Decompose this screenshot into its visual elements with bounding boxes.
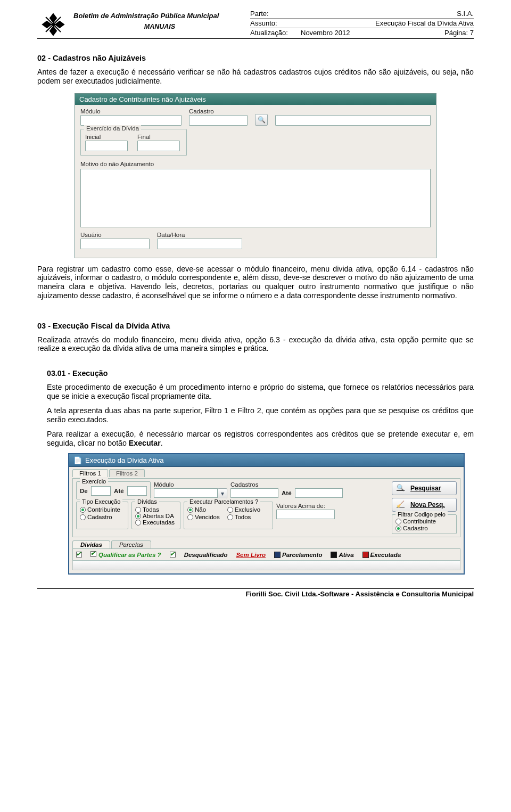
textarea-motivo[interactable]: [80, 169, 431, 227]
label-usuario: Usuário: [80, 232, 150, 238]
input-exercicio-de[interactable]: [91, 486, 111, 496]
section-0301-p2: A tela apresenta duas abas na parte supe…: [47, 406, 474, 424]
input-cadastros-de[interactable]: [230, 488, 278, 498]
document-header: Boletim de Administração Pública Municip…: [37, 10, 474, 39]
radio-dividas-executadas[interactable]: Executadas: [135, 519, 177, 526]
input-inicial[interactable]: [85, 141, 128, 151]
section-02-title: 02 - Cadastros não Ajuizáveis: [37, 54, 474, 62]
section-0301-p3: Para realizar a execução, é necessário m…: [47, 430, 474, 448]
input-modulo[interactable]: [80, 115, 182, 126]
meta-label-atualizacao: Atualização:: [250, 29, 301, 37]
window2-title: Execução da Dívida Ativa: [85, 456, 163, 464]
radio-parc-nao[interactable]: Não: [187, 506, 220, 513]
section-03-title: 03 - Execução Fiscal da Dívida Ativa: [37, 322, 474, 330]
logo-icon: [40, 12, 66, 37]
label-motivo: Motivo do não Ajuizamento: [80, 161, 154, 167]
radio-tipo-contribuinte[interactable]: Contribuinte: [80, 506, 125, 513]
p3-part-c: .: [161, 439, 163, 447]
label-de: De: [80, 488, 88, 494]
section-03-para: Realizada através do modulo financeiro, …: [37, 335, 474, 354]
label-cadastro: Cadastro: [189, 108, 248, 114]
label-valores-acima: Valores Acima de:: [276, 503, 335, 509]
legend-sem-livro: Sem Livro: [236, 552, 266, 558]
group-tipo-execucao-legend: Tipo Execução: [80, 498, 122, 505]
section-0301-title: 03.01 - Execução: [47, 369, 474, 378]
input-datahora[interactable]: [157, 239, 242, 249]
dropdown-modulo-icon[interactable]: ▾: [218, 488, 227, 499]
radio-dividas-todas[interactable]: Todas: [135, 506, 177, 513]
group-exercicio2-legend: Exercício: [80, 478, 108, 485]
section-02-para1: Antes de fazer a execução é necessário v…: [37, 68, 474, 86]
window2-titlebar: 📄 Execução da Dívida Ativa: [69, 454, 464, 467]
legend-row: Qualificar as Partes ? Desqualificado Se…: [72, 548, 460, 561]
magnifier-icon: 🔍: [397, 484, 406, 493]
group-exercicio-legend: Exercício da Dívida: [84, 125, 141, 132]
search-icon: 🔍: [258, 116, 266, 124]
p3-part-b: Executar: [129, 439, 161, 447]
tab-parcelas[interactable]: Parcelas: [111, 540, 151, 548]
search-button[interactable]: 🔍: [255, 114, 268, 126]
input-cadastro[interactable]: [189, 115, 248, 126]
group-filtrar-codigo-legend: Filtrar Codigo pelo: [395, 511, 448, 518]
grid-header-placeholder: [72, 561, 460, 570]
qualificar-check[interactable]: Qualificar as Partes ?: [90, 551, 161, 558]
legend-executada: Executada: [362, 552, 401, 558]
window2-icon: 📄: [73, 456, 82, 464]
legend-parcelamento: Parcelamento: [274, 552, 322, 558]
input-cadastro-nome[interactable]: [275, 115, 431, 126]
result-tabs: Dividas Parcelas: [72, 540, 460, 548]
input-valores-acima[interactable]: [276, 510, 335, 519]
label-modulo2: Módulo: [154, 481, 227, 488]
label-inicial: Inicial: [85, 134, 128, 140]
radio-filtrar-contribuinte[interactable]: Contribuinte: [395, 518, 453, 524]
radio-filtrar-cadastro[interactable]: Cadastro: [395, 525, 453, 531]
pesquisar-button[interactable]: 🔍 Pesquisar: [392, 481, 457, 495]
label-final: Final: [137, 134, 180, 140]
legend-ativa: Ativa: [331, 552, 353, 558]
action-column: 🔍 Pesquisar 🧹 Nova Pesq. Filtrar Codigo …: [392, 481, 457, 534]
header-title-block: Boletim de Administração Pública Municip…: [69, 10, 250, 37]
meta-value-assunto: Execução Fiscal da Dívida Ativa: [301, 19, 474, 27]
window-title: Cadastro de Contribuintes não Ajuizáveis: [79, 95, 206, 103]
tab-filtros1[interactable]: Filtros 1: [72, 469, 108, 477]
app-cadastro-nao-ajuizaveis: Cadastro de Contribuintes não Ajuizáveis…: [75, 93, 436, 258]
meta-value-date: Novembro 2012: [301, 29, 350, 37]
check-select-all[interactable]: [76, 552, 82, 557]
radio-tipo-cadastro[interactable]: Cadastro: [80, 514, 125, 520]
section-0301-p1: Este procedimento de execução é um proce…: [47, 383, 474, 401]
select-modulo[interactable]: [154, 488, 218, 498]
radio-parc-exclusivo[interactable]: Exclusivo: [227, 506, 261, 513]
legend-desqualificado: Desqualificado: [184, 552, 228, 558]
page-footer: Fiorilli Soc. Civil Ltda.-Software - Ass…: [37, 588, 474, 598]
input-usuario[interactable]: [80, 239, 150, 249]
section-02-para2: Para registrar um cadastro como esse, de…: [37, 265, 474, 300]
radio-parc-todos[interactable]: Todos: [227, 514, 261, 520]
nova-pesq-button[interactable]: 🧹 Nova Pesq.: [392, 498, 457, 512]
check-desqualificado[interactable]: [170, 552, 176, 557]
meta-label-assunto: Assunto:: [250, 19, 301, 27]
input-exercicio-ate[interactable]: [127, 486, 147, 496]
group-dividas-legend: Dívidas: [135, 498, 159, 505]
label-ate2: Até: [282, 490, 292, 496]
label-cadastros: Cadastros: [230, 481, 343, 488]
section-0301-body: Este procedimento de execução é um proce…: [37, 383, 474, 448]
meta-value-parte: S.I.A.: [301, 10, 474, 18]
window-titlebar: Cadastro de Contribuintes não Ajuizáveis: [75, 94, 436, 105]
input-final[interactable]: [137, 141, 180, 151]
header-meta: Parte: S.I.A. Assunto: Execução Fiscal d…: [250, 10, 474, 37]
group-exec-parc-legend: Executar Parcelamentos ?: [187, 498, 260, 505]
publisher-logo: [37, 10, 69, 37]
input-cadastros-ate[interactable]: [295, 488, 343, 498]
meta-label-parte: Parte:: [250, 10, 301, 18]
header-title: Boletim de Administração Pública Municip…: [73, 12, 246, 20]
p3-part-a: Para realizar a execução, é necessário m…: [47, 430, 474, 447]
filter-tabs: Filtros 1 Filtros 2: [72, 469, 460, 477]
new-search-icon: 🧹: [397, 501, 406, 509]
tab-dividas[interactable]: Dividas: [72, 540, 110, 548]
tab-filtros2[interactable]: Filtros 2: [109, 469, 145, 477]
app-execucao-divida-ativa: 📄 Execução da Dívida Ativa Filtros 1 Fil…: [68, 453, 465, 575]
radio-dividas-abertas[interactable]: Abertas DA: [135, 513, 177, 519]
label-modulo: Módulo: [80, 108, 182, 114]
label-datahora: Data/Hora: [157, 232, 242, 238]
radio-parc-vencidos[interactable]: Vencidos: [187, 514, 220, 520]
